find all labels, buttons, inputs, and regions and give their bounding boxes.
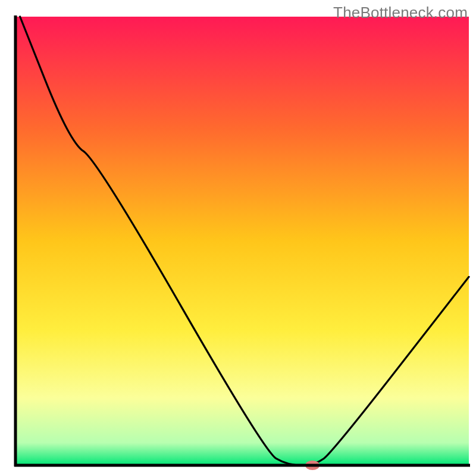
chart-svg <box>0 0 476 476</box>
bottleneck-chart: TheBottleneck.com <box>0 0 476 476</box>
watermark-text: TheBottleneck.com <box>333 4 468 22</box>
gradient-background <box>15 17 469 465</box>
plot-area <box>14 15 470 470</box>
